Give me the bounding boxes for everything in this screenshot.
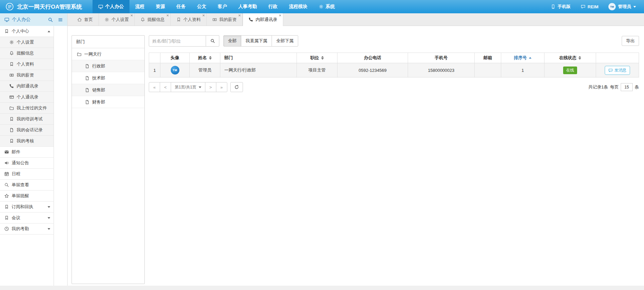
sidebar-item-label: 我的会话记录 (17, 127, 50, 133)
reim-link[interactable]: REIM (581, 4, 599, 9)
sort-icon (578, 56, 581, 60)
tab-label: 内部通讯录 (256, 17, 277, 23)
page-size-input[interactable] (621, 83, 633, 91)
search-button[interactable] (206, 35, 219, 47)
next-page-button[interactable]: > (205, 82, 216, 92)
prev-page-button[interactable]: < (160, 82, 171, 92)
logo-icon (5, 2, 14, 11)
total-records-label: 共记录1条 (588, 84, 608, 90)
filter-all-subordinates-button[interactable]: 全部下属 (272, 35, 298, 47)
menu-item-administration[interactable]: 行政 (263, 0, 283, 13)
sidebar-item-my-assessment[interactable]: 我的考核 (0, 136, 54, 147)
col-header-sort-no[interactable]: 排序号 (501, 53, 544, 63)
cell-online-status: 在线 (544, 63, 596, 77)
sidebar-item-schedule[interactable]: 日程 (0, 169, 54, 180)
col-header-name[interactable]: 姓名 (190, 53, 220, 63)
tree-node-finance-dept[interactable]: 财务部 (72, 96, 144, 108)
mobile-version-link[interactable]: 手机版 (551, 4, 571, 10)
tab-label: 提醒信息 (147, 17, 165, 23)
sidebar-item-meetings[interactable]: 会议 (0, 213, 54, 223)
menu-item-tasks[interactable]: 任务 (171, 0, 191, 13)
sidebar-item-my-salary[interactable]: 我的薪资 (0, 70, 54, 81)
user-name: 管理员 (618, 4, 631, 10)
sidebar-item-announcements[interactable]: 通知公告 (0, 158, 54, 169)
folder-icon (77, 52, 82, 57)
chevron-up-icon (48, 31, 50, 32)
sidebar-item-personal-profile[interactable]: 个人资料 (0, 59, 54, 70)
menu-item-workflow[interactable]: 流程 (129, 0, 150, 13)
sidebar-item-my-attendance[interactable]: 我的考勤 (0, 223, 54, 234)
table-row: 1 TM 管理员 一网天行/行政部 项目主管 0592-1234569 1580… (149, 63, 639, 77)
tree-node-tech-dept[interactable]: 技术部 (72, 72, 144, 84)
menu-item-customers[interactable]: 客户 (212, 0, 233, 13)
tab-bar: 首页 个人设置 ✕ 提醒信息 ✕ 个人资料 ✕ 我的薪资 ✕ (68, 13, 644, 26)
tab-close-icon[interactable]: ✕ (202, 14, 205, 17)
tab-reminders[interactable]: 提醒信息 ✕ (135, 13, 171, 26)
department-tree: 一网天行 行政部 技术部 销售部 (72, 48, 144, 108)
menu-item-workflow-module[interactable]: 流程模块 (283, 0, 313, 13)
last-page-button[interactable]: » (216, 82, 227, 92)
tab-close-icon[interactable]: ✕ (166, 14, 169, 17)
mobile-version-label: 手机版 (558, 4, 571, 10)
tree-node-company[interactable]: 一网天行 (72, 48, 144, 60)
search-icon[interactable] (48, 17, 53, 22)
filter-direct-subordinates-button[interactable]: 我直属下属 (241, 35, 272, 47)
file-icon (9, 128, 14, 132)
tab-my-salary[interactable]: 我的薪资 ✕ (207, 13, 243, 26)
menu-item-hr-attendance[interactable]: 人事考勤 (233, 0, 263, 13)
tab-internal-contacts[interactable]: 内部通讯录 ✕ (243, 13, 283, 26)
sidebar-item-personal-center[interactable]: 个人中心 (0, 26, 54, 37)
tab-close-icon[interactable]: ✕ (279, 14, 282, 17)
col-header-email: 邮箱 (475, 53, 501, 63)
sidebar-item-label: 我的考核 (17, 138, 50, 144)
sort-asc-icon (529, 57, 532, 59)
sidebar-item-label: 单据提醒 (12, 193, 50, 199)
refresh-button[interactable] (230, 82, 243, 92)
main-menu: 个人办公 流程 资源 任务 公文 客户 人事考勤 行政 流程模块 系统 (93, 0, 340, 13)
tree-node-sales-dept[interactable]: 销售部 (72, 84, 144, 96)
col-header-position[interactable]: 职位 (297, 53, 337, 63)
menu-item-documents[interactable]: 公文 (191, 0, 212, 13)
sidebar-item-personal-settings[interactable]: 个人设置 (0, 37, 54, 48)
tab-home[interactable]: 首页 (72, 13, 99, 26)
page-select-dropdown[interactable]: 第1页/共1页 (171, 82, 205, 92)
sidebar-item-internal-contacts[interactable]: 内部通讯录 (0, 81, 54, 92)
avatar: TM (171, 66, 179, 74)
tab-personal-profile[interactable]: 个人资料 ✕ (171, 13, 207, 26)
sidebar-item-subscriptions-receipts[interactable]: 订阅和回执 (0, 202, 54, 213)
menu-icon[interactable] (58, 17, 63, 22)
sidebar-item-document-view[interactable]: 单据查看 (0, 180, 54, 191)
app-title: 北京一网天行OA管理系统 (17, 3, 82, 11)
bookmark-icon (9, 139, 14, 143)
sidebar-item-label: 个人资料 (17, 61, 50, 67)
filter-all-button[interactable]: 全部 (223, 35, 241, 47)
envelope-icon (4, 150, 9, 154)
tab-close-icon[interactable]: ✕ (130, 14, 133, 17)
col-header-avatar: 头像 (160, 53, 190, 63)
search-input[interactable] (149, 35, 206, 47)
send-message-button[interactable]: 发消息 (605, 66, 630, 75)
user-menu[interactable]: TM 管理员 (608, 3, 636, 10)
first-page-button[interactable]: « (149, 82, 160, 92)
sidebar-item-reminders[interactable]: 提醒信息 (0, 48, 54, 59)
send-message-label: 发消息 (614, 68, 626, 73)
sidebar-item-my-training-exams[interactable]: 我的培训考试 (0, 114, 54, 125)
sidebar-item-my-conversation-logs[interactable]: 我的会话记录 (0, 125, 54, 136)
sidebar-item-mail[interactable]: 邮件 (0, 147, 54, 158)
menu-item-label: 客户 (218, 4, 227, 10)
menu-item-system[interactable]: 系统 (313, 0, 340, 13)
tree-node-label: 财务部 (92, 99, 105, 105)
tree-node-admin-dept[interactable]: 行政部 (72, 60, 144, 72)
export-button[interactable]: 导出 (622, 36, 639, 46)
top-navbar: 北京一网天行OA管理系统 个人办公 流程 资源 任务 公文 客户 人事考勤 行政… (0, 0, 644, 13)
sidebar-item-personal-contacts[interactable]: 个人通讯录 (0, 92, 54, 103)
tab-close-icon[interactable]: ✕ (238, 14, 241, 17)
bookmark-icon (4, 205, 9, 209)
sidebar-item-my-uploaded-files[interactable]: 我上传过的文件 (0, 103, 54, 114)
tab-personal-settings[interactable]: 个人设置 ✕ (99, 13, 135, 26)
sidebar-item-document-reminder[interactable]: 单据提醒 (0, 191, 54, 202)
menu-item-resources[interactable]: 资源 (150, 0, 171, 13)
filter-button-group: 全部 我直属下属 全部下属 (223, 35, 298, 47)
menu-item-personal-office[interactable]: 个人办公 (93, 0, 129, 13)
col-header-online-status[interactable]: 在线状态 (544, 53, 596, 63)
